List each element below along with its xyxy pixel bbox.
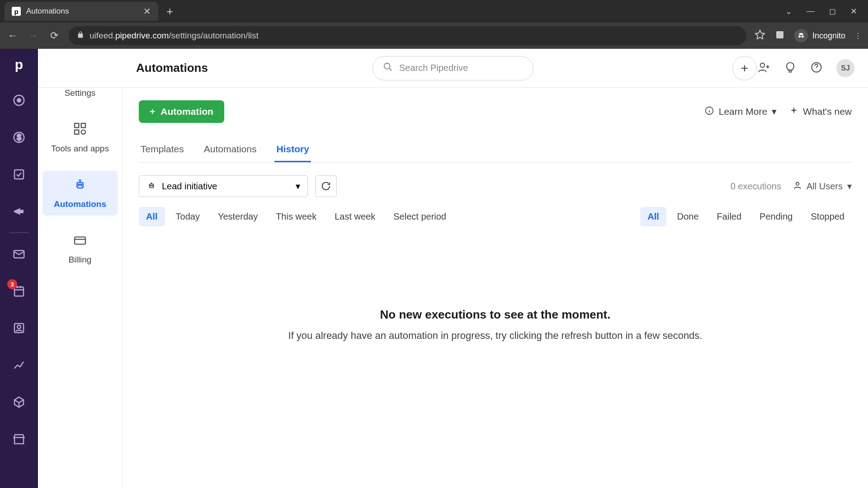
- whats-new-label: What's new: [803, 106, 852, 117]
- billing-icon: [73, 233, 87, 250]
- browser-actions: Incognito ⋮: [755, 29, 862, 42]
- rail-campaigns-icon[interactable]: [10, 202, 28, 221]
- browser-tab[interactable]: p Automations ✕: [5, 2, 158, 21]
- svg-rect-14: [75, 123, 79, 127]
- new-tab-button[interactable]: +: [166, 5, 173, 19]
- rail-contacts-icon[interactable]: [10, 319, 28, 337]
- incognito-label: Incognito: [812, 31, 845, 41]
- close-window-icon[interactable]: ✕: [850, 6, 857, 16]
- rail-activities-icon[interactable]: 3: [10, 282, 28, 300]
- svg-rect-8: [14, 170, 24, 179]
- svg-rect-1: [776, 31, 783, 38]
- execution-count: 0 executions: [731, 181, 781, 192]
- dropdown-value: Lead initiative: [162, 181, 217, 192]
- svg-rect-10: [14, 287, 24, 296]
- close-tab-icon[interactable]: ✕: [143, 6, 151, 17]
- chip-status-done[interactable]: Done: [670, 207, 706, 226]
- url-bar[interactable]: uifeed.pipedrive.com/settings/automation…: [69, 26, 746, 45]
- topbar-actions: SJ: [758, 59, 854, 77]
- main: Automations Search Pipedrive + SJ + Auto…: [123, 49, 868, 488]
- refresh-button[interactable]: [315, 175, 337, 197]
- svg-point-12: [17, 325, 21, 329]
- sidebar-item-billing[interactable]: Billing: [42, 226, 118, 271]
- chip-status-pending[interactable]: Pending: [752, 207, 800, 226]
- menu-icon[interactable]: ⋮: [854, 32, 862, 40]
- svg-point-19: [78, 184, 80, 186]
- automation-dropdown[interactable]: Lead initiative ▾: [139, 175, 308, 197]
- svg-point-3: [802, 35, 804, 38]
- content: + Automation Learn More ▾ What's new: [123, 88, 868, 488]
- chip-time-select[interactable]: Select period: [386, 207, 453, 226]
- tab-history[interactable]: History: [274, 137, 311, 162]
- back-icon[interactable]: ←: [6, 30, 19, 42]
- tab-bar: p Automations ✕ + ⌄ ― ◻ ✕: [0, 0, 868, 23]
- minimize-icon[interactable]: ―: [807, 6, 815, 16]
- tools-icon: [73, 122, 87, 139]
- assistant-icon[interactable]: [784, 61, 797, 75]
- search-placeholder: Search Pipedrive: [399, 63, 468, 73]
- svg-rect-15: [81, 123, 85, 127]
- learn-more-label: Learn More: [719, 106, 767, 117]
- user-avatar[interactable]: SJ: [836, 59, 854, 77]
- sidebar-item-automations[interactable]: Automations: [42, 171, 118, 216]
- tab-automations[interactable]: Automations: [202, 137, 259, 162]
- quick-add-button[interactable]: +: [732, 56, 757, 80]
- time-chips: All Today Yesterday This week Last week …: [139, 207, 453, 226]
- chip-row: All Today Yesterday This week Last week …: [139, 207, 852, 226]
- chip-time-today[interactable]: Today: [169, 207, 207, 226]
- url-text: uifeed.pipedrive.com/settings/automation…: [90, 31, 259, 41]
- invite-icon[interactable]: [758, 61, 770, 75]
- rail-products-icon[interactable]: [10, 393, 28, 411]
- favicon-icon: p: [12, 7, 21, 16]
- whats-new-button[interactable]: What's new: [789, 106, 852, 117]
- rail-separator: [9, 232, 29, 233]
- chevron-down-icon: ▾: [847, 181, 852, 192]
- extension-icon[interactable]: [774, 29, 785, 42]
- logo-icon[interactable]: p: [15, 57, 23, 72]
- browser-chrome: p Automations ✕ + ⌄ ― ◻ ✕ ← → ⟳ uifeed.p…: [0, 0, 868, 49]
- star-icon[interactable]: [755, 29, 765, 42]
- svg-rect-21: [75, 237, 85, 244]
- left-rail: p $ 3: [0, 49, 38, 488]
- chip-status-failed[interactable]: Failed: [710, 207, 749, 226]
- page-title: Automations: [136, 61, 208, 75]
- incognito-icon: [794, 29, 808, 42]
- sidebar-item-label: Automations: [54, 199, 106, 209]
- help-icon[interactable]: [810, 61, 823, 75]
- lock-icon: [77, 31, 84, 41]
- svg-point-20: [80, 184, 82, 186]
- chip-status-all[interactable]: All: [640, 207, 666, 226]
- automation-icon: [73, 177, 87, 195]
- sidebar-item-tools[interactable]: Tools and apps: [42, 115, 118, 160]
- rail-deals-icon[interactable]: $: [10, 128, 28, 146]
- search-icon: [383, 62, 393, 74]
- chevron-down-icon[interactable]: ⌄: [785, 6, 792, 16]
- rail-projects-icon[interactable]: [10, 165, 28, 183]
- empty-state: No new executions to see at the moment. …: [139, 308, 852, 342]
- sparkle-icon: [789, 106, 798, 117]
- chip-time-thisweek[interactable]: This week: [269, 207, 324, 226]
- chevron-down-icon: ▾: [772, 106, 777, 117]
- learn-more-button[interactable]: Learn More ▾: [704, 106, 777, 118]
- search-input[interactable]: Search Pipedrive: [373, 56, 533, 80]
- maximize-icon[interactable]: ◻: [829, 6, 836, 16]
- user-filter-dropdown[interactable]: All Users ▾: [793, 181, 852, 192]
- new-automation-button[interactable]: + Automation: [139, 100, 224, 123]
- sidebar-item-label: Settings: [65, 88, 96, 98]
- svg-point-23: [760, 63, 764, 67]
- chip-time-all[interactable]: All: [139, 207, 165, 226]
- svg-rect-16: [75, 130, 79, 134]
- chip-status-stopped[interactable]: Stopped: [803, 207, 852, 226]
- rail-focus-icon[interactable]: [10, 91, 28, 109]
- chip-time-yesterday[interactable]: Yesterday: [211, 207, 265, 226]
- nav-bar: ← → ⟳ uifeed.pipedrive.com/settings/auto…: [0, 23, 868, 49]
- incognito-badge[interactable]: Incognito: [794, 29, 845, 42]
- tab-templates[interactable]: Templates: [139, 137, 186, 162]
- forward-icon[interactable]: →: [27, 30, 40, 42]
- rail-mail-icon[interactable]: [10, 245, 28, 263]
- rail-insights-icon[interactable]: [10, 356, 28, 374]
- svg-text:$: $: [17, 133, 21, 142]
- chip-time-lastweek[interactable]: Last week: [327, 207, 382, 226]
- rail-marketplace-icon[interactable]: [10, 430, 28, 448]
- reload-icon[interactable]: ⟳: [48, 30, 61, 42]
